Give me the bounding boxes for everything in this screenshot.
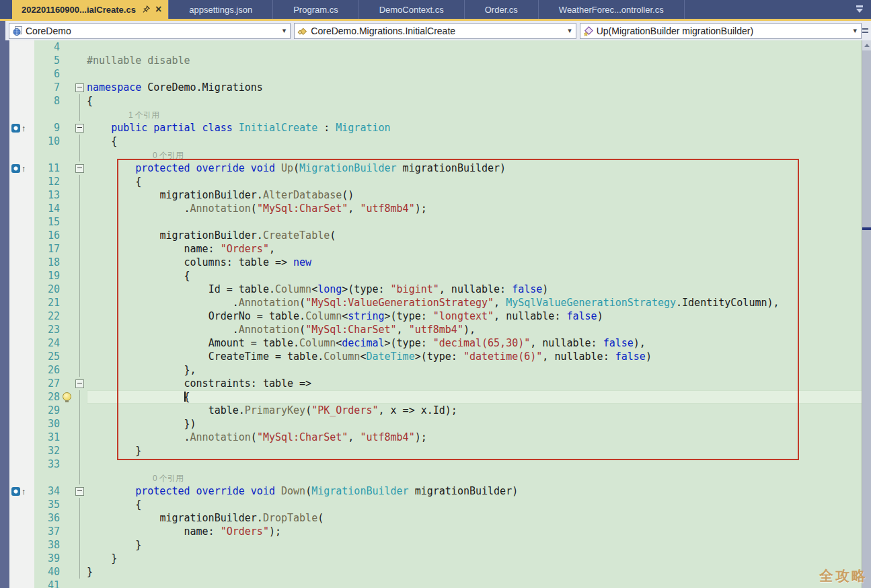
line-number: 21 — [34, 296, 61, 309]
outline-line — [79, 148, 80, 161]
code-text: { — [87, 175, 871, 188]
outline-line — [79, 431, 80, 444]
line-number: 18 — [34, 256, 61, 269]
vertical-scrollbar[interactable] — [862, 40, 871, 588]
code-text: name: "Orders"); — [87, 525, 871, 538]
glyph-margin — [9, 444, 34, 457]
glyph-margin: ↑ — [9, 161, 34, 175]
tab-program[interactable]: Program.cs — [273, 0, 358, 19]
pin-icon[interactable] — [143, 5, 150, 13]
code-line: 28 { — [9, 390, 871, 404]
window-edge — [0, 21, 5, 40]
tab-democontext[interactable]: DemoContext.cs — [359, 0, 465, 19]
outline-line — [79, 296, 80, 309]
bulb-margin — [61, 175, 72, 188]
code-text: } — [87, 444, 871, 457]
bulb-margin — [61, 81, 72, 94]
tab-label: Program.cs — [293, 5, 338, 15]
collapse-box-icon[interactable] — [75, 83, 84, 92]
code-line: 36 migrationBuilder.DropTable( — [9, 511, 871, 525]
member-dropdown[interactable]: Up(MigrationBuilder migrationBuilder) ▾ — [580, 23, 862, 39]
tab-appsettings[interactable]: appsettings.json — [169, 0, 273, 19]
lightbulb-icon[interactable] — [63, 392, 71, 401]
outline-line — [79, 552, 80, 565]
code-editor[interactable]: 45#nullable disable67namespace CoreDemo.… — [0, 40, 871, 588]
document-tab-bar: 202201160900...ialCreate.cs × appsetting… — [0, 0, 871, 19]
codelens-references[interactable]: 0 个引用 — [87, 148, 871, 161]
bulb-margin — [61, 283, 72, 296]
bulb-margin — [61, 431, 72, 444]
code-line: ↑11 protected override void Up(Migration… — [9, 161, 871, 175]
collapse-box-icon[interactable] — [75, 487, 84, 496]
outline-line — [79, 498, 80, 511]
outline-line — [79, 457, 80, 471]
tab-label: appsettings.json — [189, 5, 252, 15]
glyph-margin — [9, 431, 34, 444]
glyph-margin — [9, 336, 34, 350]
line-number: 35 — [34, 498, 61, 511]
outline-margin — [72, 296, 87, 309]
codelens-references[interactable]: 1 个引用 — [87, 108, 871, 121]
line-number — [34, 471, 61, 484]
tab-order[interactable]: Order.cs — [465, 0, 539, 19]
collapse-box-icon[interactable] — [75, 124, 84, 133]
outline-margin — [72, 511, 87, 525]
codelens-row: 0 个引用 — [9, 148, 871, 161]
code-line: 25 CreateTime = table.Column<DateTime>(t… — [9, 350, 871, 363]
outline-margin — [72, 552, 87, 565]
code-line: 17 name: "Orders", — [9, 242, 871, 256]
line-number: 32 — [34, 444, 61, 457]
outline-margin — [72, 336, 87, 350]
dropdown-arrow-icon[interactable]: ▾ — [851, 26, 858, 35]
code-line: 15 — [9, 215, 871, 229]
codelens-row: 1 个引用 — [9, 108, 871, 121]
outline-line — [79, 202, 80, 215]
line-number: 15 — [34, 215, 61, 229]
code-line: 39 } — [9, 552, 871, 565]
line-number: 24 — [34, 336, 61, 350]
close-icon[interactable]: × — [155, 4, 161, 15]
bulb-margin — [61, 229, 72, 242]
line-number: 28 — [34, 390, 61, 404]
codelens-references[interactable]: 0 个引用 — [87, 471, 871, 484]
code-line: 7namespace CoreDemo.Migrations — [9, 81, 871, 94]
line-number: 11 — [34, 161, 61, 175]
code-text: .Annotation("MySql:CharSet", "utf8mb4"); — [87, 202, 871, 215]
code-text: { — [87, 498, 871, 511]
outline-margin — [72, 121, 87, 135]
tab-overflow-chevron-icon[interactable] — [855, 5, 864, 14]
code-line: 35 { — [9, 498, 871, 511]
code-text: { — [87, 94, 871, 108]
dropdown-arrow-icon[interactable]: ▾ — [281, 26, 288, 35]
codelens-row: 0 个引用 — [9, 471, 871, 484]
collapse-box-icon[interactable] — [75, 164, 84, 173]
outline-line — [79, 175, 80, 188]
outline-margin — [72, 363, 87, 377]
outline-line — [79, 336, 80, 350]
tab-initialcreate[interactable]: 202201160900...ialCreate.cs × — [12, 0, 169, 19]
scrollbar-up-arrow-icon[interactable] — [862, 40, 871, 50]
line-number: 34 — [34, 484, 61, 498]
up-arrow-icon: ↑ — [22, 487, 26, 496]
type-dropdown[interactable]: CoreDemo.Migrations.InitialCreate ▾ — [294, 23, 576, 39]
splitter-icon[interactable] — [862, 25, 870, 37]
code-line: 5#nullable disable — [9, 54, 871, 67]
bulb-margin — [61, 242, 72, 256]
code-text: migrationBuilder.CreateTable( — [87, 229, 871, 242]
code-line: 8{ — [9, 94, 871, 108]
tab-weatherforecast[interactable]: WeatherForec...ontroller.cs — [539, 0, 685, 19]
dropdown-arrow-icon[interactable]: ▾ — [566, 26, 573, 35]
bulb-margin — [61, 444, 72, 457]
code-text: { — [87, 135, 871, 148]
scrollbar-thumb[interactable] — [862, 50, 871, 588]
glyph-margin — [9, 188, 34, 202]
line-number: 27 — [34, 377, 61, 390]
code-line: 31 .Annotation("MySql:CharSet", "utf8mb4… — [9, 431, 871, 444]
outline-margin — [72, 484, 87, 498]
bulb-margin — [61, 457, 72, 471]
glyph-margin — [9, 175, 34, 188]
project-dropdown[interactable]: CoreDemo ▾ — [9, 23, 291, 39]
collapse-box-icon[interactable] — [75, 379, 84, 388]
code-line: 24 Amount = table.Column<decimal>(type: … — [9, 336, 871, 350]
outline-margin — [72, 67, 87, 81]
